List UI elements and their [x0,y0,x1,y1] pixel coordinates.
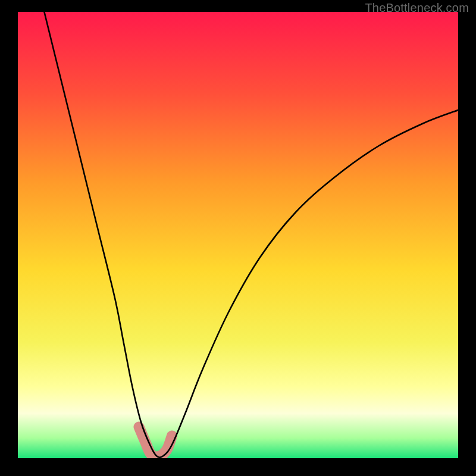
bottleneck-chart [18,12,458,458]
chart-frame [18,12,458,458]
gradient-background [18,12,458,458]
